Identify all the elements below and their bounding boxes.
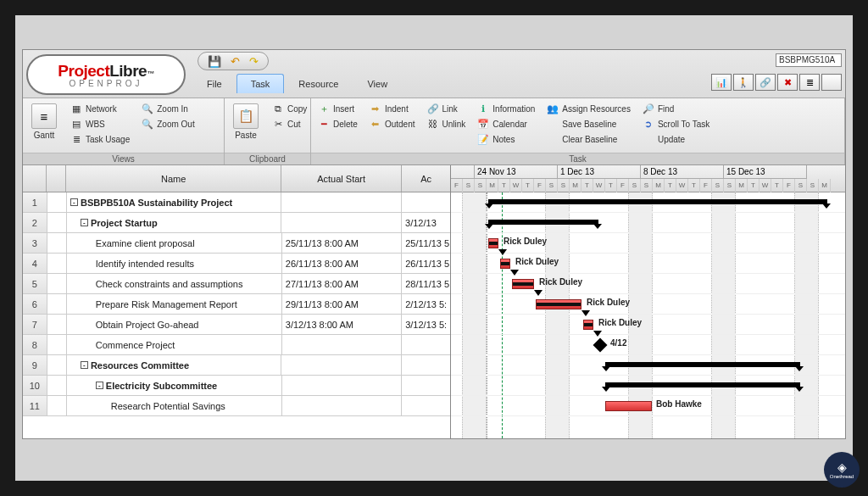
save-icon[interactable]: 💾 — [208, 55, 221, 68]
actual-start-cell[interactable] — [281, 213, 402, 232]
task-name-cell[interactable]: Identify intended results — [67, 254, 282, 273]
actual-start-cell[interactable] — [282, 376, 402, 395]
task-name-cell[interactable]: Examine client proposal — [67, 233, 282, 253]
task-row-6[interactable]: 6Prepare Risk Management Report29/11/13 … — [23, 294, 450, 315]
task-row-3[interactable]: 3Examine client proposal25/11/13 8:00 AM… — [23, 233, 450, 254]
task-name-cell[interactable]: -Electricity Subcommittee — [67, 376, 282, 395]
resource-view-icon[interactable]: 🚶 — [733, 74, 754, 91]
calendar-button[interactable]: 📅Calendar — [476, 117, 537, 131]
delete-button[interactable]: ━Delete — [316, 117, 359, 131]
col-header-name[interactable]: Name — [66, 165, 281, 192]
unlink-button[interactable]: ⛓Unlink — [426, 117, 468, 131]
task-bar[interactable] — [583, 320, 593, 330]
task-row-8[interactable]: 8Commence Project — [23, 335, 450, 355]
actual-start-cell[interactable]: 25/11/13 8:00 AM — [282, 233, 402, 253]
task-row-1[interactable]: 1-BSBPB510A Sustainability Project — [23, 192, 450, 213]
actual-finish-cell[interactable]: 25/11/13 5 — [402, 233, 450, 253]
zoom-in-button[interactable]: 🔍Zoom In — [140, 102, 196, 115]
notes-button[interactable]: 📝Notes — [476, 132, 537, 146]
row-number[interactable]: 11 — [23, 396, 47, 415]
task-bar[interactable] — [605, 401, 652, 411]
summary-bar[interactable] — [605, 362, 800, 367]
tab-file[interactable]: File — [192, 74, 236, 93]
blank-view-icon[interactable] — [821, 74, 842, 91]
actual-finish-cell[interactable]: 3/12/13 — [402, 213, 450, 232]
actual-finish-cell[interactable] — [402, 376, 450, 395]
task-name-cell[interactable]: Prepare Risk Management Report — [67, 294, 282, 314]
actual-finish-cell[interactable]: 26/11/13 5 — [402, 254, 450, 273]
scroll-to-task-button[interactable]: ➲Scroll To Task — [641, 117, 711, 131]
copy-button[interactable]: ⧉Copy — [270, 102, 309, 115]
task-grid[interactable]: Name Actual Start Ac 1-BSBPB510A Sustain… — [23, 165, 451, 438]
assign-resources-button[interactable]: 👥Assign Resources — [545, 102, 632, 115]
save-baseline-button[interactable]: Save Baseline — [545, 117, 632, 131]
actual-start-cell[interactable]: 29/11/13 8:00 AM — [282, 294, 402, 314]
actual-finish-cell[interactable] — [402, 192, 450, 212]
paste-button[interactable]: 📋 Paste — [230, 102, 262, 142]
summary-bar[interactable] — [488, 220, 598, 225]
undo-icon[interactable]: ↶ — [231, 55, 240, 68]
actual-finish-cell[interactable]: 2/12/13 5: — [402, 294, 450, 314]
update-button[interactable]: Update — [641, 132, 711, 146]
actual-start-cell[interactable]: 26/11/13 8:00 AM — [282, 254, 402, 273]
actual-finish-cell[interactable] — [402, 396, 450, 415]
usage-view-icon[interactable]: ≣ — [799, 74, 820, 91]
gantt-button[interactable]: ≡ Gantt — [28, 102, 60, 142]
tab-view[interactable]: View — [353, 74, 402, 93]
task-row-10[interactable]: 10-Electricity Subcommittee — [23, 376, 450, 396]
row-number[interactable]: 5 — [23, 274, 47, 293]
task-row-7[interactable]: 7Obtain Project Go-ahead3/12/13 8:00 AM3… — [23, 315, 450, 335]
task-row-11[interactable]: 11Research Potential Savings — [23, 396, 450, 416]
information-button[interactable]: ℹInformation — [476, 102, 537, 115]
row-number[interactable]: 3 — [23, 233, 47, 253]
col-header-indicator[interactable] — [47, 165, 66, 192]
network-view-icon[interactable]: 🔗 — [755, 74, 776, 91]
link-button[interactable]: 🔗Link — [426, 102, 468, 115]
task-name-cell[interactable]: Commence Project — [67, 335, 282, 354]
clear-baseline-button[interactable]: Clear Baseline — [545, 132, 632, 146]
gantt-chart[interactable]: 24 Nov 131 Dec 138 Dec 1315 Dec 13 FSSMT… — [451, 165, 845, 438]
task-usage-button[interactable]: ≣Task Usage — [69, 132, 131, 146]
row-number[interactable]: 10 — [23, 376, 47, 395]
task-name-cell[interactable]: -BSBPB510A Sustainability Project — [67, 192, 281, 212]
row-number[interactable]: 7 — [23, 315, 47, 334]
tab-resource[interactable]: Resource — [284, 74, 353, 93]
task-bar[interactable] — [488, 238, 498, 248]
zoom-out-button[interactable]: 🔍Zoom Out — [140, 117, 196, 131]
task-name-cell[interactable]: -Resources Committee — [67, 355, 281, 375]
task-name-cell[interactable]: Obtain Project Go-ahead — [67, 315, 282, 334]
task-name-cell[interactable]: Research Potential Savings — [67, 396, 283, 415]
row-number[interactable]: 8 — [23, 335, 47, 354]
actual-start-cell[interactable]: 27/11/13 8:00 AM — [282, 274, 402, 293]
row-number[interactable]: 4 — [23, 254, 47, 273]
row-number[interactable]: 6 — [23, 294, 47, 314]
actual-finish-cell[interactable] — [402, 355, 450, 375]
col-header-actual-finish[interactable]: Ac — [402, 165, 450, 192]
actual-start-cell[interactable] — [282, 335, 402, 354]
cut-button[interactable]: ✂Cut — [270, 117, 309, 131]
actual-start-cell[interactable]: 3/12/13 8:00 AM — [282, 315, 402, 334]
outdent-button[interactable]: ⬅Outdent — [368, 117, 417, 131]
milestone[interactable] — [593, 338, 608, 353]
actual-finish-cell[interactable]: 3/12/13 5: — [402, 315, 450, 334]
wbs-button[interactable]: ▤WBS — [69, 117, 131, 131]
insert-button[interactable]: ＋Insert — [316, 102, 359, 115]
chart-view-icon[interactable]: 📊 — [711, 74, 732, 91]
actual-start-cell[interactable] — [281, 192, 402, 212]
task-row-5[interactable]: 5Check constraints and assumptions27/11/… — [23, 274, 450, 294]
task-bar[interactable] — [536, 299, 581, 309]
actual-start-cell[interactable] — [282, 396, 402, 415]
task-bar[interactable] — [500, 259, 510, 269]
tab-task[interactable]: Task — [236, 74, 285, 93]
task-bar[interactable] — [512, 279, 534, 289]
task-row-4[interactable]: 4Identify intended results26/11/13 8:00 … — [23, 254, 450, 274]
row-number[interactable]: 2 — [23, 213, 47, 232]
redo-icon[interactable]: ↷ — [249, 55, 259, 68]
actual-finish-cell[interactable]: 28/11/13 5 — [402, 274, 450, 293]
summary-bar[interactable] — [488, 199, 827, 204]
col-header-number[interactable] — [23, 165, 47, 192]
network-button[interactable]: ▦Network — [69, 102, 131, 115]
task-name-cell[interactable]: Check constraints and assumptions — [67, 274, 282, 293]
summary-bar[interactable] — [605, 382, 800, 387]
actual-finish-cell[interactable] — [402, 335, 450, 354]
